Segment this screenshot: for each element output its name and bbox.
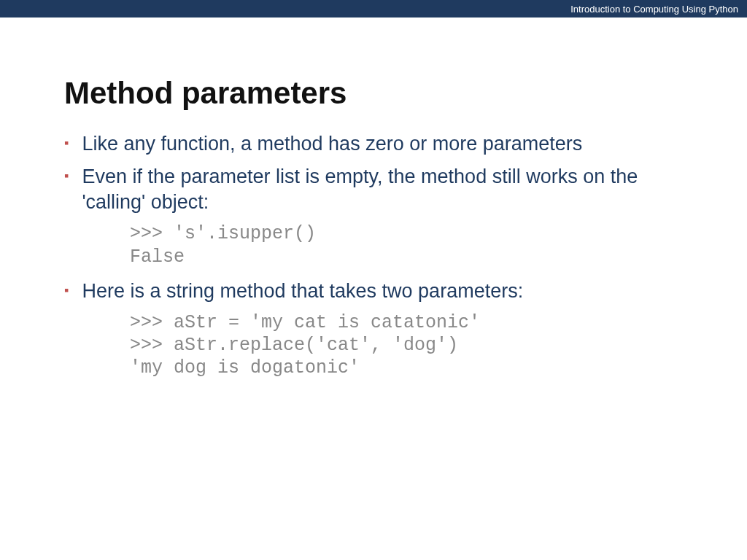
bullet-text: Even if the parameter list is empty, the… <box>82 164 683 215</box>
bullet-marker-icon: ▪ <box>64 168 69 184</box>
bullet-item: ▪ Here is a string method that takes two… <box>64 279 683 304</box>
slide-content: Method parameters ▪ Like any function, a… <box>0 18 747 380</box>
bullet-text: Like any function, a method has zero or … <box>82 131 582 157</box>
bullet-marker-icon: ▪ <box>64 283 69 298</box>
bullet-item: ▪ Even if the parameter list is empty, t… <box>64 164 683 215</box>
slide-title: Method parameters <box>64 76 683 111</box>
bullet-text: Here is a string method that takes two p… <box>82 279 523 304</box>
course-title: Introduction to Computing Using Python <box>570 4 738 15</box>
bullet-list: ▪ Like any function, a method has zero o… <box>64 131 683 215</box>
bullet-marker-icon: ▪ <box>64 136 69 151</box>
code-block: >>> aStr = 'my cat is catatonic' >>> aSt… <box>130 311 683 380</box>
bullet-item: ▪ Like any function, a method has zero o… <box>64 131 683 157</box>
header-bar: Introduction to Computing Using Python <box>0 0 747 18</box>
code-block: >>> 's'.isupper() False <box>130 222 683 268</box>
bullet-list: ▪ Here is a string method that takes two… <box>64 279 683 304</box>
